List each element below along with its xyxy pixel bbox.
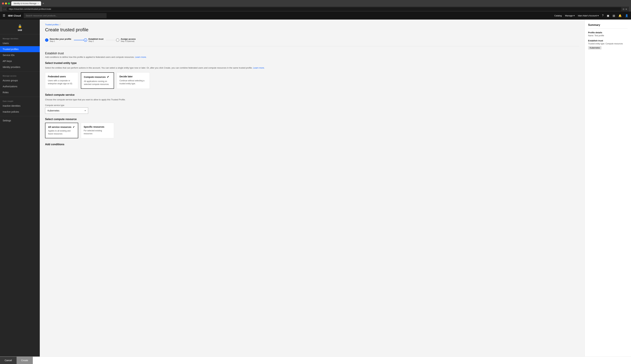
- tab-close-button[interactable]: ✕: [38, 3, 39, 4]
- cost-icon[interactable]: ▣: [607, 14, 609, 17]
- federated-users-card-title: Federated users: [48, 75, 75, 78]
- sidebar-item-service-ids[interactable]: Service IDs: [0, 52, 40, 58]
- step-establish: ● Establish trust Step 2: [84, 36, 106, 44]
- top-nav: ☰ IBM Cloud Catalog Manage ▾ Idan Adar's…: [0, 12, 631, 20]
- maximize-traffic-light[interactable]: [8, 2, 10, 4]
- compute-resource-heading: Select compute resource: [45, 118, 579, 121]
- close-traffic-light[interactable]: [2, 2, 4, 4]
- app-container: ☰ IBM Cloud Catalog Manage ▾ Idan Adar's…: [0, 12, 631, 362]
- address-bar-input[interactable]: [7, 7, 621, 11]
- new-tab-button[interactable]: +: [43, 2, 44, 5]
- sidebar-divider-2: [0, 97, 40, 97]
- compute-service-type-label: Compute service type: [45, 104, 579, 106]
- decide-later-card[interactable]: Decide later Continue without selecting …: [117, 72, 150, 89]
- sidebar-item-identity-providers[interactable]: Identity providers: [0, 64, 40, 70]
- federated-users-card-body: Users with a corporate or enterprise sin…: [48, 79, 75, 85]
- sidebar-item-authorizations[interactable]: Authorizations: [0, 84, 40, 90]
- step-1-label: Describe your profile: [50, 38, 71, 40]
- summary-profile-name: Name: Test profile: [588, 34, 628, 37]
- gain-insight-label: Gain insight: [0, 98, 40, 103]
- summary-panel: Summary Profile details Name: Test profi…: [584, 20, 631, 358]
- ibm-logo: IBM Cloud: [8, 14, 21, 17]
- main-content: Trusted profiles / Create trusted profil…: [40, 20, 584, 358]
- active-browser-tab[interactable]: Identity & Access Manage ✕: [11, 1, 41, 6]
- nav-arrows: ‹ ›: [4, 8, 6, 10]
- all-service-check-icon: ✔: [73, 126, 75, 128]
- step-2-label: Establish trust: [89, 38, 103, 40]
- global-search-input[interactable]: [24, 13, 107, 18]
- step-1-icon: ✓: [45, 38, 48, 42]
- top-nav-actions: Catalog Manage ▾ Idan Adar's Account ▾ ?…: [554, 14, 628, 17]
- step-3-label: Assign access: [121, 38, 136, 40]
- sidebar-item-settings[interactable]: Settings: [0, 118, 40, 124]
- specific-resources-body: For selected existing resources: [84, 129, 111, 135]
- sidebar-item-access-groups[interactable]: Access groups: [0, 78, 40, 84]
- establish-trust-desc: Add conditions to define how this profil…: [45, 56, 579, 58]
- compute-resources-check-icon: ✔: [107, 75, 109, 78]
- user-profile-icon[interactable]: 👤: [625, 14, 628, 17]
- action-bar: Cancel Create: [584, 356, 631, 358]
- catalog-link[interactable]: Catalog: [554, 14, 562, 17]
- entity-type-desc: Select the entities that can perform act…: [45, 66, 579, 69]
- sidebar-item-inactive-policies[interactable]: Inactive policies: [0, 109, 40, 115]
- entity-type-heading: Select trusted entity type: [45, 62, 579, 64]
- decide-later-card-title: Decide later: [120, 75, 147, 78]
- sidebar: 🔒 IAM Manage identities Users Trusted pr…: [0, 20, 40, 358]
- step-3-sub: Step 3 (Optional): [121, 40, 136, 42]
- summary-profile-details: Profile details Name: Test profile: [588, 31, 628, 37]
- entity-type-learn-more[interactable]: Learn more.: [253, 66, 265, 69]
- entity-type-cards: Federated users Users with a corporate o…: [45, 72, 579, 89]
- sidebar-item-trusted-profiles[interactable]: Trusted profiles: [0, 46, 40, 52]
- sidebar-item-roles[interactable]: Roles: [0, 90, 40, 96]
- establish-trust-learn-more[interactable]: Learn more.: [135, 56, 147, 58]
- sidebar-item-api-keys[interactable]: API keys: [0, 58, 40, 64]
- compute-service-form: Compute service type Kubernetes ▾: [45, 104, 579, 114]
- summary-trusted-entity-label: Trusted entity type: Compute resources: [588, 42, 628, 45]
- compute-resources-card-title: Compute resources ✔: [84, 75, 111, 78]
- compute-service-desc: Choose the compute service type that you…: [45, 98, 579, 101]
- step-2-icon: ●: [84, 38, 87, 42]
- browser-chrome: Identity & Access Manage ✕ + ‹ › ⊕ ★: [0, 0, 631, 12]
- step-line-1: [74, 40, 84, 40]
- step-3-icon: ○: [116, 38, 119, 42]
- manage-link[interactable]: Manage ▾: [565, 14, 575, 17]
- browser-tabs-bar: Identity & Access Manage ✕ +: [2, 1, 629, 6]
- sidebar-item-users[interactable]: Users: [0, 40, 40, 46]
- compute-service-selected-value: Kubernetes: [48, 109, 60, 112]
- account-selector[interactable]: Idan Adar's Account ▾: [578, 14, 599, 17]
- summary-establish-trust: Establish trust Trusted entity type: Com…: [588, 40, 628, 50]
- specific-resources-card[interactable]: Specific resources For selected existing…: [81, 123, 114, 138]
- traffic-lights: [2, 2, 10, 4]
- help-icon[interactable]: ?: [602, 14, 603, 17]
- step-assign: ○ Assign access Step 3 (Optional): [116, 36, 138, 44]
- infrastructure-icon[interactable]: ▤: [612, 14, 615, 17]
- compute-service-dropdown[interactable]: Kubernetes ▾: [45, 108, 88, 114]
- compute-resources-card-body: All applications running on selected com…: [84, 80, 111, 86]
- federated-users-card[interactable]: Federated users Users with a corporate o…: [45, 72, 78, 89]
- summary-profile-details-label: Profile details: [588, 31, 628, 34]
- sidebar-item-inactive-identities[interactable]: Inactive identities: [0, 103, 40, 109]
- decide-later-card-body: Continue without selecting a trusted ent…: [120, 79, 147, 85]
- specific-resources-title: Specific resources: [84, 126, 111, 128]
- manage-identities-label: Manage identities: [0, 36, 40, 40]
- browser-address-bar: ‹ › ⊕ ★: [2, 6, 629, 12]
- browser-action-icons: ⊕ ★: [622, 8, 627, 10]
- hamburger-menu[interactable]: ☰: [3, 14, 5, 18]
- compute-resource-cards: All service resources ✔ Applies to all e…: [45, 123, 579, 138]
- summary-title: Summary: [588, 24, 628, 29]
- minimize-traffic-light[interactable]: [5, 2, 7, 4]
- sidebar-divider-3: [0, 116, 40, 116]
- iam-lock-icon: 🔒: [18, 24, 22, 28]
- add-conditions-title: Add conditions: [45, 143, 579, 146]
- step-2-sub: Step 2: [89, 40, 103, 42]
- step-line-2: [106, 40, 116, 40]
- content-area: Trusted profiles / Create trusted profil…: [40, 20, 631, 358]
- tab-title: Identity & Access Manage: [14, 2, 37, 5]
- notifications-icon[interactable]: 🔔: [618, 14, 622, 17]
- breadcrumb: Trusted profiles /: [45, 24, 579, 26]
- page-title: Create trusted profile: [45, 27, 579, 32]
- all-service-resources-card[interactable]: All service resources ✔ Applies to all e…: [45, 123, 78, 138]
- dropdown-chevron-icon: ▾: [85, 110, 86, 112]
- breadcrumb-parent-link[interactable]: Trusted profiles: [45, 24, 59, 26]
- compute-resources-card[interactable]: Compute resources ✔ All applications run…: [81, 72, 114, 89]
